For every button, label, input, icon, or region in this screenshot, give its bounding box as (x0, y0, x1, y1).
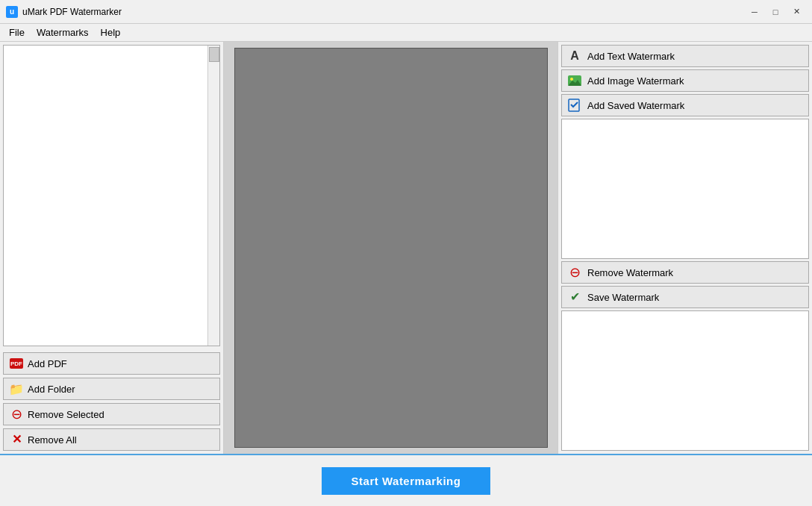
bottom-text-panel (561, 310, 809, 451)
bottom-bar: Start Watermarking (0, 454, 812, 506)
remove-watermark-button[interactable]: ⊖ Remove Watermark (561, 261, 809, 284)
add-saved-watermark-label: Add Saved Watermark (587, 100, 684, 111)
remove-selected-button[interactable]: ⊖ Remove Selected (3, 403, 220, 425)
main-content: PDF Add PDF 📁 Add Folder ⊖ Remove Select… (0, 42, 812, 454)
add-folder-label: Add Folder (28, 384, 75, 395)
start-watermarking-button[interactable]: Start Watermarking (322, 467, 491, 495)
add-text-watermark-label: Add Text Watermark (587, 51, 675, 62)
center-panel (224, 42, 558, 454)
pdf-icon: PDF (10, 357, 23, 370)
remove-selected-icon: ⊖ (10, 407, 23, 421)
saved-watermark-icon (568, 99, 581, 112)
text-watermark-icon: A (568, 49, 581, 63)
save-watermark-button[interactable]: ✔ Save Watermark (561, 286, 809, 308)
folder-icon: 📁 (10, 382, 23, 396)
minimize-button[interactable]: ─ (745, 4, 764, 19)
add-pdf-label: Add PDF (28, 358, 67, 369)
remove-watermark-label: Remove Watermark (587, 267, 673, 278)
maximize-button[interactable]: □ (766, 4, 785, 19)
right-panel: A Add Text Watermark Add Image Watermark (558, 42, 812, 454)
app-title: uMark PDF Watermarker (22, 7, 745, 17)
add-saved-watermark-button[interactable]: Add Saved Watermark (561, 94, 809, 116)
title-bar: u uMark PDF Watermarker ─ □ ✕ (0, 0, 812, 24)
left-buttons: PDF Add PDF 📁 Add Folder ⊖ Remove Select… (0, 349, 223, 454)
image-watermark-icon (568, 74, 581, 87)
add-pdf-button[interactable]: PDF Add PDF (3, 352, 220, 375)
menu-watermarks[interactable]: Watermarks (31, 25, 95, 40)
menu-bar: File Watermarks Help (0, 24, 812, 42)
add-folder-button[interactable]: 📁 Add Folder (3, 378, 220, 400)
window-controls: ─ □ ✕ (745, 4, 806, 19)
scrollbar-thumb[interactable] (209, 47, 219, 62)
menu-file[interactable]: File (3, 25, 31, 40)
add-text-watermark-button[interactable]: A Add Text Watermark (561, 45, 809, 67)
remove-watermark-icon: ⊖ (568, 266, 581, 279)
left-panel: PDF Add PDF 📁 Add Folder ⊖ Remove Select… (0, 42, 224, 454)
save-watermark-label: Save Watermark (587, 292, 659, 303)
menu-help[interactable]: Help (95, 25, 127, 40)
app-icon: u (6, 6, 18, 18)
remove-selected-label: Remove Selected (28, 409, 104, 420)
remove-all-icon: ✕ (10, 433, 23, 446)
file-list[interactable] (3, 45, 220, 346)
add-image-watermark-button[interactable]: Add Image Watermark (561, 69, 809, 92)
pdf-preview (234, 48, 548, 448)
remove-all-button[interactable]: ✕ Remove All (3, 428, 220, 451)
watermark-options-panel (561, 119, 809, 259)
scrollbar[interactable] (207, 46, 219, 346)
close-button[interactable]: ✕ (787, 4, 806, 19)
remove-all-label: Remove All (28, 434, 77, 446)
save-watermark-icon: ✔ (568, 290, 581, 304)
svg-point-1 (570, 78, 573, 81)
add-image-watermark-label: Add Image Watermark (587, 75, 684, 87)
